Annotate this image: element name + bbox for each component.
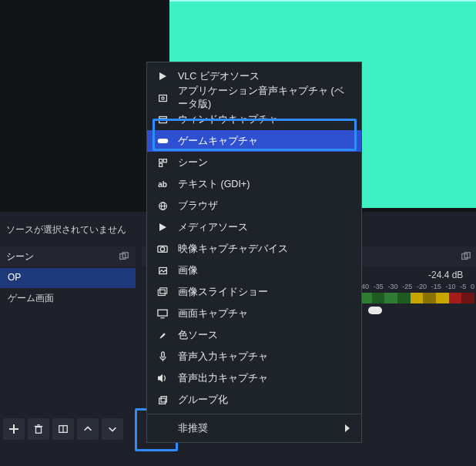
svg-rect-31 bbox=[158, 310, 167, 316]
scenes-panel: シーン OP ゲーム画面 bbox=[0, 246, 136, 308]
menu-item-vlc[interactable]: VLC ビデオソース bbox=[147, 65, 361, 87]
menu-item-color-source[interactable]: 色ソース bbox=[147, 324, 361, 346]
menu-item-text[interactable]: ab テキスト (GDI+) bbox=[147, 173, 361, 195]
svg-rect-18 bbox=[157, 139, 168, 143]
menu-item-video-capture[interactable]: 映像キャプチャデバイス bbox=[147, 238, 361, 260]
text-icon: ab bbox=[156, 178, 169, 190]
menu-item-app-audio[interactable]: アプリケーション音声キャプチャ (ベータ版) bbox=[147, 87, 361, 109]
group-icon bbox=[156, 394, 169, 406]
speaker-icon bbox=[156, 372, 169, 384]
svg-marker-13 bbox=[159, 72, 166, 80]
menu-item-group[interactable]: グループ化 bbox=[147, 389, 361, 411]
menu-separator bbox=[147, 414, 361, 414]
svg-marker-35 bbox=[158, 374, 163, 382]
menu-item-audio-output[interactable]: 音声出力キャプチャ bbox=[147, 367, 361, 389]
brush-icon bbox=[156, 329, 169, 341]
menu-item-scene[interactable]: シーン bbox=[147, 152, 361, 173]
svg-point-27 bbox=[160, 247, 164, 251]
window-icon bbox=[156, 113, 169, 126]
menu-item-deprecated[interactable]: 非推奨 bbox=[147, 417, 361, 439]
add-source-menu: VLC ビデオソース アプリケーション音声キャプチャ (ベータ版) ウィンドウキ… bbox=[146, 62, 362, 443]
menu-item-image[interactable]: 画像 bbox=[147, 260, 361, 281]
menu-item-game-capture[interactable]: ゲームキャプチャ bbox=[147, 130, 361, 152]
no-source-label: ソースが選択されていません bbox=[6, 223, 126, 236]
play-icon bbox=[156, 221, 169, 233]
popout-icon[interactable] bbox=[119, 251, 129, 262]
play-icon bbox=[156, 70, 169, 82]
svg-rect-29 bbox=[158, 290, 165, 295]
menu-item-media-source[interactable]: メディアソース bbox=[147, 216, 361, 238]
svg-rect-19 bbox=[159, 159, 162, 162]
svg-rect-33 bbox=[161, 352, 164, 357]
audio-meter bbox=[359, 293, 474, 303]
svg-rect-20 bbox=[163, 159, 166, 162]
svg-marker-38 bbox=[345, 424, 350, 432]
menu-item-browser[interactable]: ブラウザ bbox=[147, 195, 361, 216]
monitor-icon bbox=[156, 307, 169, 320]
image-icon bbox=[156, 264, 169, 277]
add-scene-button[interactable] bbox=[3, 418, 25, 440]
meter-ticks: -40-35-30-25-20-15-10-50 bbox=[359, 283, 474, 290]
svg-marker-25 bbox=[159, 223, 166, 231]
menu-item-slideshow[interactable]: 画像スライドショー bbox=[147, 281, 361, 303]
chevron-right-icon bbox=[344, 424, 350, 432]
volume-slider-knob[interactable] bbox=[368, 307, 382, 314]
image-multi-icon bbox=[156, 286, 169, 298]
move-scene-down-button[interactable] bbox=[102, 418, 123, 440]
menu-item-audio-input[interactable]: 音声入力キャプチャ bbox=[147, 346, 361, 367]
camera-icon bbox=[156, 243, 169, 255]
svg-rect-36 bbox=[159, 398, 165, 404]
svg-point-15 bbox=[161, 96, 163, 99]
audio-panel-header bbox=[362, 246, 476, 267]
gamepad-icon bbox=[156, 135, 169, 147]
popout-icon[interactable] bbox=[461, 251, 471, 262]
scene-item[interactable]: ゲーム画面 bbox=[0, 288, 136, 308]
mic-icon bbox=[156, 350, 169, 363]
app-audio-icon bbox=[156, 92, 169, 104]
svg-rect-6 bbox=[36, 427, 42, 433]
menu-item-window-capture[interactable]: ウィンドウキャプチャ bbox=[147, 109, 361, 130]
scene-icon bbox=[156, 156, 169, 169]
db-readout: -24.4 dB bbox=[428, 270, 463, 280]
svg-rect-16 bbox=[159, 116, 166, 122]
scenes-title: シーン bbox=[6, 250, 34, 263]
svg-rect-14 bbox=[159, 95, 166, 101]
scene-item[interactable]: OP bbox=[0, 268, 136, 288]
svg-rect-30 bbox=[160, 287, 167, 293]
globe-icon bbox=[156, 199, 169, 212]
svg-rect-21 bbox=[159, 163, 162, 166]
move-scene-up-button[interactable] bbox=[77, 418, 99, 440]
scene-filters-button[interactable] bbox=[52, 418, 74, 440]
menu-item-display-capture[interactable]: 画面キャプチャ bbox=[147, 303, 361, 324]
delete-scene-button[interactable] bbox=[28, 418, 49, 440]
